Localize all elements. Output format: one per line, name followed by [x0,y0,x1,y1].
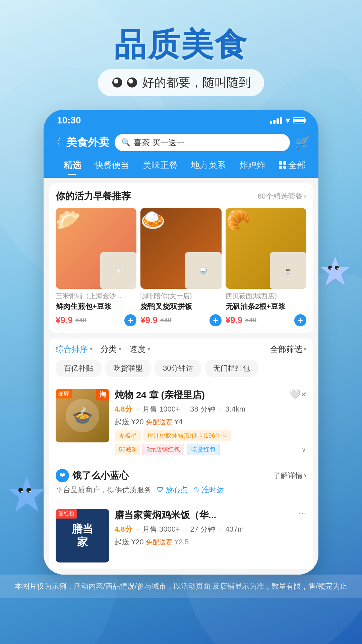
tab-all[interactable]: 全部 [272,157,310,174]
blueheart-title: 饿了么小蓝心 [72,469,129,482]
price-current-1: ¥9.9 [56,315,73,325]
sort-category[interactable]: 分类 ▾ [101,344,121,355]
discount-strikethrough: ¥2.5 [175,538,189,546]
blueheart-more[interactable]: 了解详情 › [273,471,306,481]
monthly-sales-1: 月售 1000+ [142,405,180,413]
star-decoration-right [318,255,352,290]
app-header: 〈 美食外卖 🔍 喜茶 买一送一 🛒 精选 快餐便当 美味正餐 地方菜系 炸鸡炸 [44,128,318,178]
restaurant-name-2: 膳当家黄焖鸡米饭（华... [115,509,216,522]
favorite-icon-1[interactable]: 🤍× [289,389,306,400]
star-decoration-left [7,475,47,517]
restaurant-logo: 膳当 家 [72,523,93,548]
food-tag-desc: 椰汁桃胶炖雪燕:低卡|196千卡 [143,430,231,441]
add-button-3[interactable]: + [294,314,306,326]
filter-tag-coupon[interactable]: 无门槛红包 [205,360,258,377]
filter-tag-subsidy[interactable]: 百亿补贴 [56,360,101,377]
restaurant-header-1: 炖物 24 章 (亲橙里店) 🤍× [115,389,306,401]
restaurant-header-2: 膳当家黄焖鸡米饭（华... ⋯ [115,509,306,522]
food-store-2: 咖啡陪你(文一店) [140,291,221,301]
back-button[interactable]: 〈 [52,136,61,149]
svg-point-12 [29,491,31,492]
section-header: 你的活力早餐推荐 60个精选套餐 › [56,190,306,203]
tab-zhengcan[interactable]: 美味正餐 [136,157,184,174]
food-price-3: ¥9.9 ¥48 + [226,314,306,326]
shield-icon: 🛡 [157,486,164,494]
food-tag-star: 食极星 [115,430,141,441]
sale-badge: 淘 [96,389,109,400]
food-name-1: 鲜肉生煎包+豆浆 [56,302,136,312]
brand-badge: 品牌 [56,389,72,398]
distance-1: 3.4km [225,405,245,413]
wifi-icon: ▾ [286,116,290,125]
promo-row-1: 55减3 3元店铺红包 吃货红包 ∨ [115,444,306,455]
tab-zhanji[interactable]: 炸鸡炸 [233,157,272,174]
cart-icon[interactable]: 🛒 [295,136,310,150]
food-card-2[interactable]: 🍛 🍚 咖啡陪你(文一店) 烧鸭叉烧双拼饭 ¥9.9 ¥48 + [140,208,221,326]
phone-content: 你的活力早餐推荐 60个精选套餐 › 🥟 🥛 三米粥铺（上海金沙... 鲜肉生煎… [44,178,318,575]
breakfast-section: 你的活力早餐推荐 60个精选套餐 › 🥟 🥛 三米粥铺（上海金沙... 鲜肉生煎… [49,183,313,333]
tab-difang[interactable]: 地方菜系 [184,157,233,174]
header-title: 美食外卖 [66,135,109,150]
heart-icon-blue: ❤ [56,469,69,482]
status-bar: 10:30 ▾ [44,110,318,128]
add-button-2[interactable]: + [209,314,222,326]
eyes-decoration [111,76,138,89]
tab-jingxuan[interactable]: 精选 [57,157,88,174]
section-more[interactable]: 60个精选套餐 › [257,191,306,201]
food-store-3: 西贝莜面(城西店) [226,291,306,301]
filter-tag-foodie[interactable]: 吃货联盟 [105,360,151,377]
disclaimer: 本图片仅为示例，活动内容/商品情况/参与城市，以活动页面 及店铺显示为准，数量有… [0,575,362,598]
search-icon: 🔍 [121,138,130,147]
food-price-1: ¥9.9 ¥48 + [56,314,136,326]
sort-speed[interactable]: 速度 ▾ [129,344,150,355]
filter-all[interactable]: 全部筛选 ▾ [270,344,306,355]
promo-55-3: 55减3 [115,444,139,455]
price-current-2: ¥9.9 [140,315,158,325]
blueheart-badge-relax: 🛡 放心点 [157,485,188,495]
eye-right [126,76,138,89]
svg-marker-3 [320,257,350,285]
delivery-free-1: 免配送费 [146,418,175,426]
restaurant-name-1: 炖物 24 章 (亲橙里店) [115,389,205,401]
hero-subtitle: 好的都要，随叫随到 [142,74,251,91]
blueheart-badge-ontime: ⏱ 准时达 [193,485,224,495]
promo-red-packet: 3元店铺红包 [142,444,184,455]
blueheart-header: ❤ 饿了么小蓝心 了解详情 › [56,469,306,482]
restaurant-delivery-1: 起送 ¥20 免配送费 ¥4 [115,417,306,427]
expand-arrow-1[interactable]: ∨ [301,445,306,453]
hero-subtitle-wrap: 好的都要，随叫随到 [98,69,264,96]
battery-icon [293,117,305,123]
more-icon-2[interactable]: ⋯ [298,509,306,518]
monthly-sales-2: 月售 3000+ [142,525,180,533]
hero-title: 品质美食 [0,27,362,62]
tab-kuaican[interactable]: 快餐便当 [88,157,136,174]
restaurant-image-2: 囍红包 膳当 家 [56,509,109,562]
food-name-3: 无矾油条2根+豆浆 [226,302,306,312]
restaurant-meta-2: 4.8分 · 月售 3000+ · 27 分钟 · 437m [115,524,306,534]
search-placeholder: 喜茶 买一送一 [134,137,184,148]
status-time: 10:30 [57,115,81,126]
food-small-image-1: 🥛 [100,252,137,289]
tag-row-1: 食极星 椰汁桃胶炖雪燕:低卡|196千卡 [115,430,306,441]
blueheart-desc: 平台品质商户，提供优质服务 🛡 放心点 ⏱ 准时达 [56,485,306,495]
hero-section: 品质美食 好的都要，随叫随到 [0,0,362,96]
food-store-1: 三米粥铺（上海金沙... [56,291,136,301]
restaurant-card-2[interactable]: 囍红包 膳当 家 膳当家黄焖鸡米饭（华... ⋯ 4.8分 · 月售 3000+… [49,502,313,569]
filter-tag-30min[interactable]: 30分钟达 [155,360,201,377]
delivery-time-2: 27 分钟 [190,525,215,533]
food-card-1[interactable]: 🥟 🥛 三米粥铺（上海金沙... 鲜肉生煎包+豆浆 ¥9.9 ¥48 + [56,208,136,326]
search-bar[interactable]: 🔍 喜茶 买一送一 [115,134,290,151]
restaurant-card-1[interactable]: 品牌 淘 🍲 炖物 24 章 (亲橙里店) 🤍× 4.8分 · 月售 1000+… [49,382,313,462]
sort-comprehensive[interactable]: 综合排序 ▾ [56,344,93,355]
add-button-1[interactable]: + [124,314,136,326]
food-card-3[interactable]: 🥐 ☕ 西贝莜面(城西店) 无矾油条2根+豆浆 ¥9.9 ¥48 + [226,208,306,326]
category-tabs: 精选 快餐便当 美味正餐 地方菜系 炸鸡炸 全部 [52,157,310,178]
restaurant-delivery-2: 起送 ¥20 免配送费 ¥2.5 [115,537,306,547]
app-nav: 〈 美食外卖 🔍 喜茶 买一送一 🛒 [52,134,310,151]
price-current-3: ¥9.9 [226,315,243,325]
food-small-image-2: 🍚 [185,252,222,289]
section-title: 你的活力早餐推荐 [56,190,131,203]
grid-icon [279,161,286,169]
eye-left [111,76,123,89]
red-packet-badge: 囍红包 [56,509,77,519]
